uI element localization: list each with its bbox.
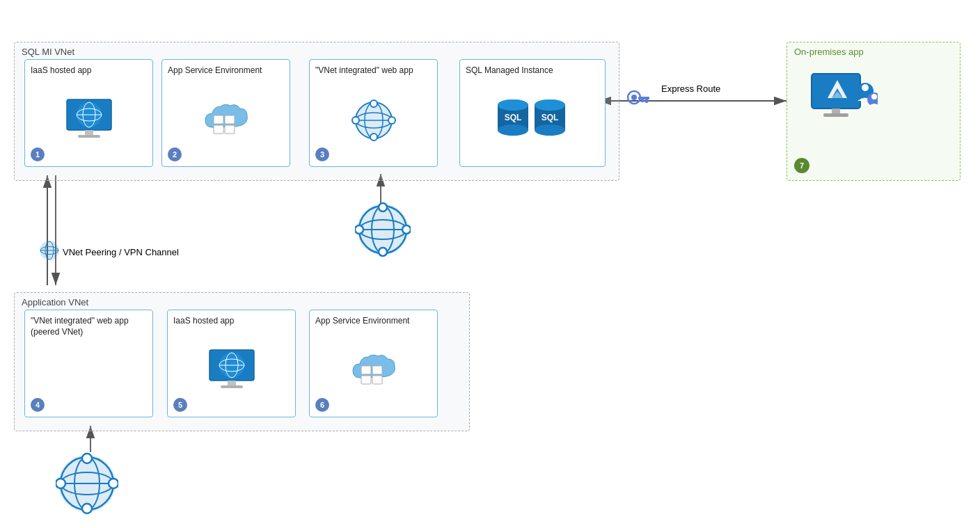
svg-text:SQL: SQL bbox=[505, 113, 522, 122]
badge-6: 6 bbox=[315, 398, 329, 412]
sql-mi-vnet-label: SQL MI VNet bbox=[22, 47, 74, 57]
badge-3: 3 bbox=[315, 147, 329, 161]
badge-4: 4 bbox=[31, 398, 45, 412]
svg-point-26 bbox=[370, 134, 377, 141]
svg-point-69 bbox=[82, 504, 92, 513]
comp-icon-2 bbox=[168, 79, 284, 162]
diagram: SQL MI VNet IaaS hosted app 1 App Servic… bbox=[0, 0, 980, 528]
svg-point-36 bbox=[535, 99, 565, 111]
comp-box-2: App Service Environment 2 bbox=[161, 59, 290, 167]
comp-icon-6 bbox=[315, 330, 432, 413]
comp-icon-1 bbox=[31, 79, 147, 162]
svg-rect-17 bbox=[214, 125, 223, 134]
svg-rect-74 bbox=[641, 99, 644, 102]
app-vnet-label: Application VNet bbox=[22, 297, 88, 307]
comp-box-6: App Service Environment 6 bbox=[309, 310, 438, 417]
internet-globe-center bbox=[355, 202, 411, 257]
comp-box-5: IaaS hosted app 5 bbox=[167, 310, 296, 417]
svg-rect-79 bbox=[832, 109, 840, 114]
comp-title-sql: SQL Managed Instance bbox=[466, 65, 553, 77]
svg-rect-59 bbox=[372, 366, 382, 374]
comp-title-5: IaaS hosted app bbox=[173, 316, 234, 327]
svg-point-46 bbox=[355, 225, 363, 234]
svg-rect-16 bbox=[225, 115, 235, 124]
badge-2: 2 bbox=[168, 147, 182, 161]
svg-point-43 bbox=[379, 203, 387, 211]
svg-point-67 bbox=[82, 454, 92, 463]
svg-point-84 bbox=[871, 94, 877, 99]
vnet-peering-globe bbox=[39, 240, 60, 261]
comp-title-6: App Service Environment bbox=[315, 316, 409, 327]
comp-title-3: "VNet integrated" web app bbox=[315, 65, 413, 77]
vnet-peering-label: VNet Peering / VPN Channel bbox=[63, 247, 179, 257]
svg-rect-58 bbox=[361, 366, 371, 374]
svg-rect-60 bbox=[361, 376, 371, 384]
svg-point-68 bbox=[109, 479, 118, 488]
badge-1: 1 bbox=[31, 147, 45, 161]
comp-icon-sql: SQL SQL bbox=[466, 79, 599, 162]
comp-icon-5 bbox=[173, 330, 290, 413]
svg-point-70 bbox=[56, 479, 65, 488]
svg-rect-56 bbox=[228, 381, 236, 386]
comp-box-1: IaaS hosted app 1 bbox=[24, 59, 153, 167]
badge-7: 7 bbox=[794, 158, 809, 173]
svg-point-35 bbox=[535, 125, 565, 136]
comp-box-3: "VNet integrated" web app 3 bbox=[309, 59, 438, 167]
comp-title-2: App Service Environment bbox=[168, 65, 262, 77]
svg-rect-61 bbox=[372, 376, 382, 384]
comp-icon-3 bbox=[315, 79, 432, 162]
svg-point-30 bbox=[498, 125, 528, 136]
onprem-icons bbox=[808, 70, 878, 133]
onprem-label: On-premises app bbox=[794, 47, 864, 57]
svg-rect-57 bbox=[221, 385, 243, 388]
svg-text:SQL: SQL bbox=[542, 113, 559, 122]
svg-point-27 bbox=[352, 117, 359, 124]
svg-point-45 bbox=[379, 248, 387, 256]
comp-box-4: "VNet integrated" web app (peered VNet) … bbox=[24, 310, 153, 417]
svg-point-24 bbox=[370, 100, 377, 107]
internet-globe-bottom bbox=[56, 452, 118, 515]
svg-rect-76 bbox=[812, 74, 860, 109]
svg-point-44 bbox=[402, 225, 411, 234]
svg-rect-73 bbox=[645, 99, 648, 103]
svg-rect-15 bbox=[214, 115, 223, 124]
onprem-box: On-premises app bbox=[787, 42, 961, 181]
comp-title-1: IaaS hosted app bbox=[31, 65, 91, 77]
svg-rect-14 bbox=[78, 135, 100, 138]
svg-rect-18 bbox=[225, 125, 235, 134]
svg-point-25 bbox=[388, 117, 395, 124]
svg-point-75 bbox=[631, 95, 637, 100]
express-route-icon bbox=[623, 83, 651, 113]
svg-rect-80 bbox=[823, 113, 848, 117]
comp-title-4: "VNet integrated" web app (peered VNet) bbox=[31, 316, 147, 337]
badge-5: 5 bbox=[173, 398, 187, 412]
express-route-label: Express Route bbox=[661, 83, 720, 94]
svg-point-31 bbox=[498, 99, 528, 111]
comp-box-sql: SQL Managed Instance SQL SQL bbox=[459, 59, 606, 167]
comp-icon-4 bbox=[31, 340, 147, 413]
svg-rect-13 bbox=[85, 130, 93, 136]
svg-point-82 bbox=[862, 84, 869, 91]
